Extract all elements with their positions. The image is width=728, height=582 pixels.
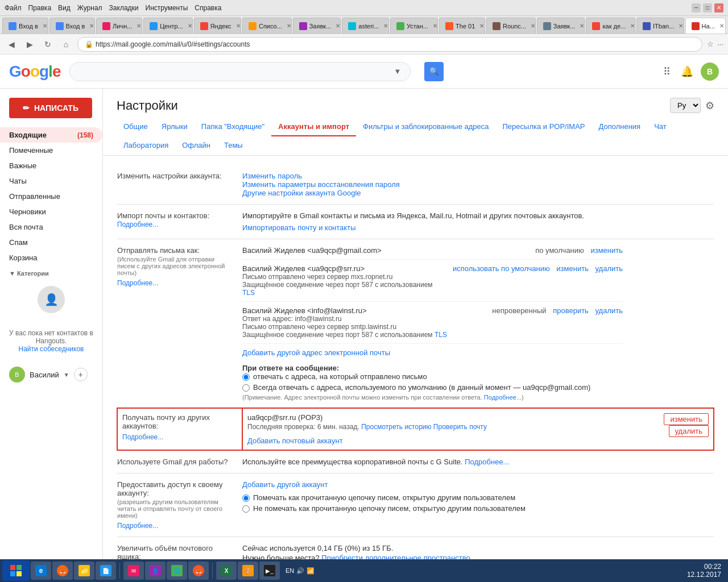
tab-7[interactable]: asteri...✕	[342, 18, 389, 34]
view-history-link[interactable]: Просмотреть историю	[361, 423, 431, 431]
find-contacts-link[interactable]: Найти собеседников	[19, 345, 84, 353]
tab-1[interactable]: Вход в✕	[49, 18, 96, 34]
back-button[interactable]: ◀	[5, 38, 18, 51]
radio-mark-read-input[interactable]	[242, 494, 250, 502]
import-more-link[interactable]: Подробнее...	[117, 221, 158, 228]
account1-edit-link[interactable]: изменить	[590, 246, 623, 255]
tab-8[interactable]: Устан...✕	[390, 18, 438, 34]
search-input[interactable]	[79, 67, 394, 76]
other-settings-link[interactable]: Другие настройки аккаунта Google	[242, 189, 361, 197]
receive-mail-edit-button[interactable]: изменить	[664, 413, 709, 425]
tab-general[interactable]: Общие	[117, 118, 155, 136]
gsuite-more-link[interactable]: Подробнее...	[465, 458, 509, 466]
receive-mail-delete-button[interactable]: удалить	[669, 425, 709, 437]
sidebar-item-important[interactable]: Важные	[0, 158, 102, 173]
taskbar-profile[interactable]: 👤	[145, 562, 166, 580]
add-email-link[interactable]: Добавить другой адрес электронной почты	[242, 348, 390, 357]
tab-active-gmail[interactable]: На...✕	[685, 18, 726, 34]
menu-edit[interactable]: Правка	[28, 4, 52, 12]
change-password-link[interactable]: Изменить пароль	[242, 172, 302, 180]
search-button[interactable]: 🔍	[424, 62, 444, 81]
tab-lab[interactable]: Лаборатория	[117, 136, 175, 155]
reload-button[interactable]: ↻	[41, 38, 55, 51]
tab-13[interactable]: ITban...✕	[636, 18, 684, 34]
add-other-account-link[interactable]: Добавить другой аккаунт	[242, 480, 328, 489]
taskbar-ie[interactable]: e	[31, 562, 51, 580]
tab-forwarding[interactable]: Пересылка и POP/IMAP	[496, 118, 592, 136]
maximize-button[interactable]: □	[703, 3, 712, 13]
more-icon[interactable]: ···	[717, 40, 723, 48]
tab-4[interactable]: Яндекс✕	[194, 18, 241, 34]
tab-2[interactable]: Личн...✕	[96, 18, 142, 34]
compose-button[interactable]: ✏ НАПИСАТЬ	[9, 98, 92, 118]
tab-9[interactable]: The 01✕	[439, 18, 485, 34]
taskbar-terminal[interactable]: ▶_	[259, 562, 280, 580]
tab-11[interactable]: Заявк...✕	[537, 18, 585, 34]
taskbar-firefox[interactable]: 🦊	[52, 562, 73, 580]
sidebar-item-inbox[interactable]: Входящие (158)	[0, 127, 102, 143]
sidebar-item-sent[interactable]: Отправленные	[0, 189, 102, 204]
tab-3[interactable]: Центр...✕	[143, 18, 192, 34]
menu-help[interactable]: Справка	[195, 4, 221, 12]
start-button[interactable]	[2, 560, 30, 581]
menu-journal[interactable]: Журнал	[77, 4, 102, 12]
grant-more-link[interactable]: Подробнее...	[117, 522, 158, 530]
tab-themes[interactable]: Темы	[217, 136, 250, 155]
forward-button[interactable]: ▶	[23, 38, 36, 51]
add-mail-account-link[interactable]: Добавить почтовый аккаунт	[247, 436, 343, 445]
close-button[interactable]: ✕	[714, 3, 723, 13]
receive-mail-more-link[interactable]: Подробнее...	[122, 433, 163, 441]
radio-reply-default-input[interactable]	[242, 384, 250, 392]
sidebar-item-spam[interactable]: Спам	[0, 235, 102, 250]
sidebar-item-trash[interactable]: Корзина	[0, 250, 102, 265]
tls-link-1[interactable]: TLS	[242, 289, 255, 297]
language-select[interactable]: Ру	[670, 98, 701, 113]
taskbar-explorer[interactable]: 📄	[96, 562, 116, 580]
account2-default-link[interactable]: использовать по умолчанию	[453, 264, 550, 273]
account3-delete-link[interactable]: удалить	[595, 306, 623, 315]
change-recovery-link[interactable]: Изменить параметры восстановления пароля	[242, 180, 400, 189]
taskbar-firefox2[interactable]: 🦊	[188, 562, 209, 580]
account2-delete-link[interactable]: удалить	[595, 264, 623, 273]
gear-icon[interactable]: ⚙	[705, 99, 714, 112]
tab-labels[interactable]: Ярлыки	[155, 118, 195, 136]
search-dropdown-icon[interactable]: ▼	[394, 67, 402, 76]
sidebar-item-drafts[interactable]: Черновики	[0, 204, 102, 219]
tab-filters[interactable]: Фильтры и заблокированные адреса	[356, 118, 495, 136]
menu-bookmarks[interactable]: Закладки	[109, 4, 139, 12]
user-avatar[interactable]: В	[701, 63, 719, 81]
sidebar-item-chats[interactable]: Чаты	[0, 173, 102, 189]
categories-section[interactable]: ▼ Категории	[0, 265, 102, 279]
taskbar-paint[interactable]: 🎨	[238, 562, 258, 580]
account3-verify-link[interactable]: проверить	[553, 306, 589, 315]
send-as-more-link[interactable]: Подробнее...	[117, 279, 158, 287]
user-dropdown-icon[interactable]: ▼	[64, 372, 69, 378]
apps-icon[interactable]: ⠿	[660, 65, 673, 78]
tray-network[interactable]: 📶	[307, 567, 315, 575]
address-bar[interactable]: 🔒 https://mail.google.com/mail/u/0/#sett…	[77, 37, 702, 52]
tab-offline[interactable]: Офлайн	[175, 136, 217, 155]
tab-5[interactable]: Списо...✕	[242, 18, 292, 34]
add-account-button[interactable]: +	[74, 368, 88, 381]
home-button[interactable]: ⌂	[59, 38, 73, 51]
sidebar-item-allmail[interactable]: Вся почта	[0, 219, 102, 235]
account2-edit-link[interactable]: изменить	[556, 264, 589, 273]
taskbar-browser2[interactable]: 🌐	[167, 562, 187, 580]
menu-tools[interactable]: Инструменты	[146, 4, 188, 12]
tab-chat[interactable]: Чат	[647, 118, 673, 136]
tab-6[interactable]: Заявк...✕	[293, 18, 341, 34]
menu-view[interactable]: Вид	[58, 4, 71, 12]
radio-reply-from-input[interactable]	[242, 373, 250, 381]
taskbar-clock[interactable]: 00:22 12.12.2017	[682, 563, 726, 579]
tray-sound[interactable]: 🔊	[296, 567, 304, 575]
radio-note-link[interactable]: Подробнее...	[484, 394, 522, 401]
bookmark-icon[interactable]: ☆	[707, 40, 714, 48]
tab-10[interactable]: Rounc...✕	[486, 18, 536, 34]
tls-link-2[interactable]: TLS	[435, 331, 447, 339]
tab-addons[interactable]: Дополнения	[592, 118, 648, 136]
tab-12[interactable]: как де...✕	[586, 18, 635, 34]
sidebar-user[interactable]: В Василий ▼ +	[0, 362, 102, 387]
minimize-button[interactable]: ─	[692, 3, 701, 13]
buy-storage-link[interactable]: Приобрести дополнительное пространство	[321, 554, 470, 559]
check-mail-link[interactable]: Проверить почту	[433, 423, 487, 431]
